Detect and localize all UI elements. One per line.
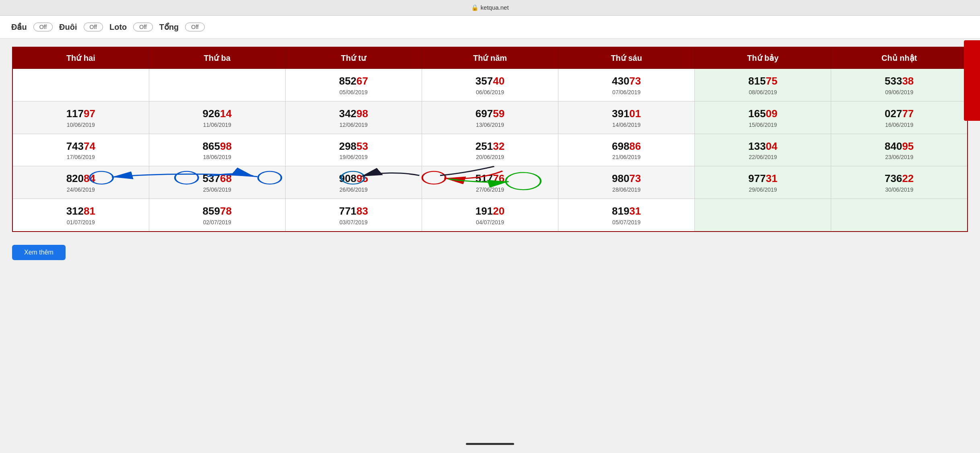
table-cell: 8526705/06/2019 <box>285 69 422 101</box>
lottery-number: 53768 <box>152 172 282 186</box>
nav-dau: Đầu <box>8 21 30 33</box>
table-cell: 2513220/06/2019 <box>422 134 558 166</box>
lottery-date: 26/06/2019 <box>289 186 418 193</box>
table-cell: 9807328/06/2019 <box>558 166 695 199</box>
lottery-number: 90895 <box>289 172 418 186</box>
lottery-date: 04/07/2019 <box>425 219 555 225</box>
table-row: 7437417/06/20198659818/06/20192985319/06… <box>12 134 968 166</box>
lottery-number: 85978 <box>152 205 282 218</box>
table-cell <box>831 199 968 232</box>
lottery-number: 81575 <box>698 74 828 88</box>
url-display: ketqua.net <box>481 4 509 11</box>
lottery-number: 39101 <box>562 107 691 121</box>
header-thu-sau: Thứ sáu <box>558 47 695 69</box>
lottery-date: 24/06/2019 <box>16 186 146 193</box>
table-cell: 8409523/06/2019 <box>831 134 968 166</box>
table-cell: 4307307/06/2019 <box>558 69 695 101</box>
lottery-number: 11797 <box>16 107 146 121</box>
table-row: 8526705/06/20193574006/06/20194307307/06… <box>12 69 968 101</box>
lottery-date: 21/06/2019 <box>562 154 691 160</box>
lottery-date: 19/06/2019 <box>289 154 418 160</box>
lottery-date: 27/06/2019 <box>425 186 555 193</box>
lottery-date: 03/07/2019 <box>289 219 418 225</box>
table-cell: 1912004/07/2019 <box>422 199 558 232</box>
table-cell: 3429812/06/2019 <box>285 101 422 134</box>
lottery-number: 86598 <box>152 140 282 153</box>
table-cell: 6988621/06/2019 <box>558 134 695 166</box>
table-cell: 0277716/06/2019 <box>831 101 968 134</box>
right-sidebar <box>964 40 980 121</box>
lottery-table: Thứ hai Thứ ba Thứ tư Thứ năm Thứ sáu Th… <box>12 47 968 232</box>
table-cell: 9089526/06/2019 <box>285 166 422 199</box>
lottery-date: 06/06/2019 <box>425 89 555 95</box>
lottery-date: 09/06/2019 <box>834 89 964 95</box>
lottery-number: 34298 <box>289 107 418 121</box>
lottery-number: 98073 <box>562 172 691 186</box>
lottery-date: 07/06/2019 <box>562 89 691 95</box>
table-cell: 8659818/06/2019 <box>149 134 285 166</box>
lock-icon: 🔒 <box>471 4 479 11</box>
nav-tong: Tổng <box>156 21 182 33</box>
lottery-date: 08/06/2019 <box>698 89 828 95</box>
lottery-number: 74374 <box>16 140 146 153</box>
table-cell: 6975913/06/2019 <box>422 101 558 134</box>
main-content: Thứ hai Thứ ba Thứ tư Thứ năm Thứ sáu Th… <box>0 39 980 268</box>
table-header-row: Thứ hai Thứ ba Thứ tư Thứ năm Thứ sáu Th… <box>12 47 968 69</box>
nav-toggle-dau[interactable]: Off <box>33 23 53 31</box>
table-cell: 1650915/06/2019 <box>695 101 831 134</box>
lottery-number: 51776 <box>425 172 555 186</box>
lottery-number: 84095 <box>834 140 964 153</box>
lottery-number: 53338 <box>834 74 964 88</box>
lottery-date: 02/07/2019 <box>152 219 282 225</box>
table-cell: 3574006/06/2019 <box>422 69 558 101</box>
lottery-number: 31281 <box>16 205 146 218</box>
lottery-number: 25132 <box>425 140 555 153</box>
nav-toggle-duoi[interactable]: Off <box>84 23 103 31</box>
table-cell: 9261411/06/2019 <box>149 101 285 134</box>
nav-toggle-tong[interactable]: Off <box>185 23 204 31</box>
load-more-button[interactable]: Xem thêm <box>12 245 66 260</box>
table-cell: 1179710/06/2019 <box>12 101 149 134</box>
table-cell: 1330422/06/2019 <box>695 134 831 166</box>
lottery-number: 73622 <box>834 172 964 186</box>
table-cell: 7718303/07/2019 <box>285 199 422 232</box>
table-cell: 5376825/06/2019 <box>149 166 285 199</box>
table-row: 1179710/06/20199261411/06/20193429812/06… <box>12 101 968 134</box>
lottery-date: 17/06/2019 <box>16 154 146 160</box>
lottery-date: 29/06/2019 <box>698 186 828 193</box>
table-cell: 3910114/06/2019 <box>558 101 695 134</box>
table-wrapper: Thứ hai Thứ ba Thứ tư Thứ năm Thứ sáu Th… <box>12 47 968 232</box>
lottery-date: 14/06/2019 <box>562 122 691 128</box>
lottery-date: 30/06/2019 <box>834 186 964 193</box>
table-cell <box>149 69 285 101</box>
lottery-number: 43073 <box>562 74 691 88</box>
lottery-number: 16509 <box>698 107 828 121</box>
lottery-number: 29853 <box>289 140 418 153</box>
lottery-date: 05/06/2019 <box>289 89 418 95</box>
table-cell: 8597802/07/2019 <box>149 199 285 232</box>
table-row: 3128101/07/20198597802/07/20197718303/07… <box>12 199 968 232</box>
lottery-date: 05/07/2019 <box>562 219 691 225</box>
header-thu-tu: Thứ tư <box>285 47 422 69</box>
lottery-number: 19120 <box>425 205 555 218</box>
header-thu-nam: Thứ năm <box>422 47 558 69</box>
table-cell <box>12 69 149 101</box>
lottery-date: 25/06/2019 <box>152 186 282 193</box>
lottery-number: 69886 <box>562 140 691 153</box>
nav-loto: Loto <box>106 21 130 33</box>
header-chu-nhat: Chủ nhật <box>831 47 968 69</box>
table-cell: 7437417/06/2019 <box>12 134 149 166</box>
table-row: 8208424/06/20195376825/06/20199089526/06… <box>12 166 968 199</box>
header-thu-bay: Thứ bảy <box>695 47 831 69</box>
table-cell: 3128101/07/2019 <box>12 199 149 232</box>
browser-bar: 🔒 ketqua.net <box>0 0 980 16</box>
table-cell: 8193105/07/2019 <box>558 199 695 232</box>
lottery-number: 92614 <box>152 107 282 121</box>
table-cell: 9773129/06/2019 <box>695 166 831 199</box>
lottery-number: 02777 <box>834 107 964 121</box>
table-cell: 8208424/06/2019 <box>12 166 149 199</box>
nav-toggle-loto[interactable]: Off <box>133 23 152 31</box>
lottery-date: 22/06/2019 <box>698 154 828 160</box>
lottery-number: 82084 <box>16 172 146 186</box>
table-cell: 5333809/06/2019 <box>831 69 968 101</box>
